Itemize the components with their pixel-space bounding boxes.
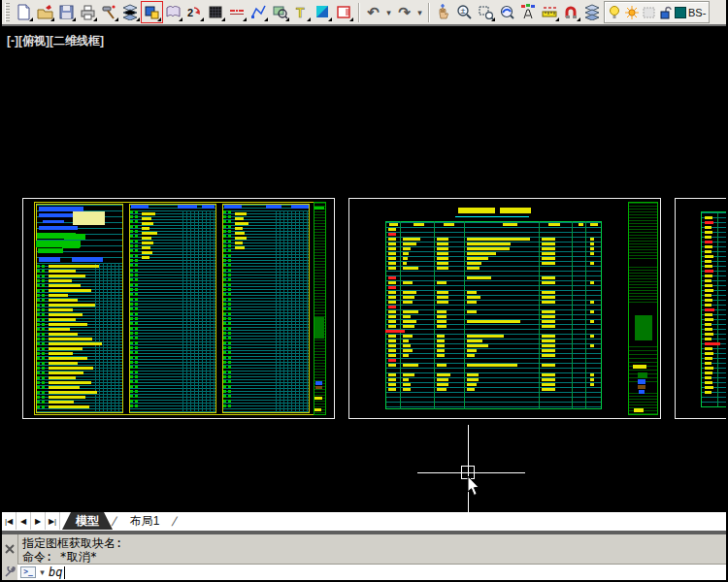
command-tools-cell (2, 564, 17, 580)
wrench-icon[interactable] (4, 566, 16, 578)
toolbar-separator (358, 3, 359, 22)
layer-name-label: BS- (688, 7, 706, 18)
layer-manager-icon[interactable] (582, 2, 603, 22)
sheet-tab-bar: |◀ ◀ ▶ ▶| 模型 / 布局1 / (2, 512, 726, 530)
layer-color-swatch[interactable] (675, 7, 686, 18)
svg-text:T: T (296, 5, 305, 20)
command-history: 指定图框获取块名: 命令: *取消* (17, 534, 726, 564)
zoom-previous-icon[interactable] (497, 2, 517, 22)
tools-hammer-icon[interactable] (99, 2, 119, 22)
command-history-line: 命令: *取消* (22, 550, 726, 564)
command-prompt-icon: >_ (20, 566, 36, 578)
layer-vp-freeze-icon[interactable] (642, 5, 656, 20)
layer-on-bulb-icon[interactable] (608, 5, 622, 20)
pan-hand-icon[interactable] (433, 2, 453, 22)
tab-layout1[interactable]: 布局1 (116, 512, 174, 530)
rotate-icon[interactable]: 2 (184, 2, 205, 22)
hatch-icon[interactable] (206, 2, 226, 22)
redo-dropdown-icon[interactable]: ▾ (415, 8, 424, 17)
command-input-value[interactable]: bq (49, 566, 62, 579)
toolbar-grip[interactable] (5, 3, 10, 22)
insert-block-icon[interactable] (142, 2, 162, 22)
redo-icon[interactable]: ↷ (394, 2, 414, 22)
quick-select-icon[interactable] (518, 2, 539, 22)
layer-control[interactable]: BS- (604, 1, 710, 23)
book-icon[interactable] (163, 2, 183, 22)
print-icon[interactable] (78, 2, 98, 22)
command-close-cell (2, 534, 17, 564)
command-history-line: 指定图框获取块名: (22, 536, 726, 550)
tab-nav-last-button[interactable]: ▶| (46, 512, 60, 530)
toolbar-separator (428, 3, 429, 22)
command-panel: 指定图框获取块名: 命令: *取消* >_ ▾ bq (2, 534, 726, 580)
layer-lock-icon[interactable] (658, 5, 673, 20)
linetype-icon[interactable] (227, 2, 248, 22)
layer-thaw-sun-icon[interactable] (624, 5, 640, 20)
image-zoom-icon[interactable] (270, 2, 290, 22)
svg-text:2: 2 (187, 7, 193, 18)
mouse-arrow-cursor (467, 476, 481, 498)
text-style-icon[interactable]: T (291, 2, 312, 22)
solid-fill-icon[interactable] (313, 2, 333, 22)
zoom-window-icon[interactable] (476, 2, 496, 22)
text-caret (64, 566, 65, 579)
object-snap-magnet-icon[interactable] (561, 2, 581, 22)
tab-nav-prev-button[interactable]: ◀ (17, 512, 31, 530)
recent-commands-dropdown-icon[interactable]: ▾ (38, 567, 47, 577)
svg-text:±: ± (461, 6, 466, 16)
new-file-icon[interactable] (14, 2, 34, 22)
measure-icon[interactable] (540, 2, 560, 22)
polyline-icon[interactable] (248, 2, 269, 22)
open-folder-icon[interactable] (35, 2, 55, 22)
tab-model[interactable]: 模型 (62, 512, 113, 530)
tab-nav-next-button[interactable]: ▶ (31, 512, 46, 530)
zoom-realtime-icon[interactable]: ± (454, 2, 475, 22)
drawing-canvas[interactable]: [-][俯视][二维线框] (2, 26, 726, 512)
command-input-row[interactable]: >_ ▾ bq (17, 564, 726, 580)
undo-icon[interactable]: ↶ (363, 2, 383, 22)
sheet-3 (2, 26, 726, 512)
application-window: 2 T ↶ ▾ ↷ ▾ ± BS- [-][俯视][二维线框] (0, 0, 728, 582)
layers-stack-icon[interactable] (120, 2, 141, 22)
undo-dropdown-icon[interactable]: ▾ (384, 8, 393, 17)
save-icon[interactable] (56, 2, 77, 22)
close-icon[interactable] (5, 544, 15, 554)
main-toolbar: 2 T ↶ ▾ ↷ ▾ ± BS- (2, 0, 726, 26)
tab-nav-first-button[interactable]: |◀ (2, 512, 17, 530)
viewport-frame-icon[interactable] (334, 2, 354, 22)
